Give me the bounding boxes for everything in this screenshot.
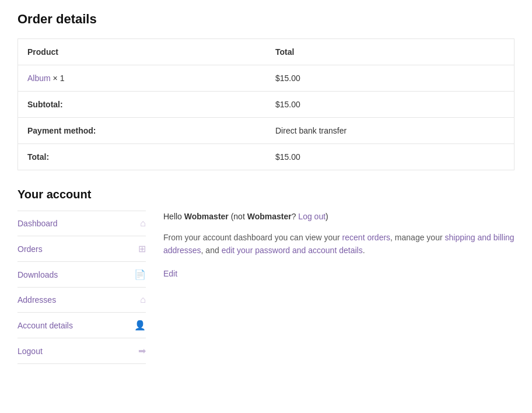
sidebar-item-label: Dashboard xyxy=(18,219,58,228)
sidebar-item-addresses[interactable]: Addresses ⌂ xyxy=(18,288,146,313)
logout-icon: ➡ xyxy=(138,345,146,356)
sidebar-item-label: Downloads xyxy=(18,270,58,279)
account-nav: Dashboard ⌂ Orders ⊞ Downloads 📄 Address… xyxy=(18,211,146,364)
sidebar-item-account-details[interactable]: Account details 👤 xyxy=(18,313,146,338)
order-details-title: Order details xyxy=(18,12,514,27)
sidebar-item-dashboard[interactable]: Dashboard ⌂ xyxy=(18,211,146,236)
sidebar-item-logout[interactable]: Logout ➡ xyxy=(18,338,146,364)
payment-label: Payment method: xyxy=(18,118,267,144)
edit-link[interactable]: Edit xyxy=(163,269,177,278)
dashboard-icon: ⌂ xyxy=(140,218,146,229)
table-header-product: Product xyxy=(18,39,267,65)
order-table: Product Total Album × 1 $15.00 Subtotal:… xyxy=(18,38,514,170)
account-details-icon: 👤 xyxy=(134,320,146,331)
table-header-total: Total xyxy=(266,39,514,65)
account-content: Hello Wobmaster (not Wobmaster? Log out)… xyxy=(146,211,514,364)
table-cell-product: Album × 1 xyxy=(18,65,267,92)
product-quantity: × 1 xyxy=(53,74,65,83)
hello-prefix: Hello xyxy=(163,212,184,221)
hello-middle: (not xyxy=(229,212,247,221)
table-row-subtotal: Subtotal: $15.00 xyxy=(18,92,514,118)
hello-close-paren: ) xyxy=(326,212,328,221)
sidebar-item-downloads[interactable]: Downloads 📄 xyxy=(18,262,146,288)
orders-icon: ⊞ xyxy=(138,243,146,254)
sidebar-item-label: Account details xyxy=(18,321,73,330)
hello-text: Hello Wobmaster (not Wobmaster? Log out) xyxy=(163,211,514,223)
total-value: $15.00 xyxy=(266,144,514,170)
sidebar-item-label: Logout xyxy=(18,346,43,356)
subtotal-label: Subtotal: xyxy=(18,92,267,118)
your-account-title: Your account xyxy=(18,188,514,201)
hello-username2: Wobmaster xyxy=(247,212,292,221)
product-link[interactable]: Album xyxy=(27,74,51,83)
table-row-payment: Payment method: Direct bank transfer xyxy=(18,118,514,144)
downloads-icon: 📄 xyxy=(134,269,146,280)
sidebar-item-label: Addresses xyxy=(18,295,56,304)
total-label: Total: xyxy=(18,144,267,170)
hello-username: Wobmaster xyxy=(184,212,229,221)
hello-suffix: ? xyxy=(292,212,296,221)
addresses-icon: ⌂ xyxy=(140,295,146,305)
payment-value: Direct bank transfer xyxy=(266,118,514,144)
table-row-total: Total: $15.00 xyxy=(18,144,514,170)
subtotal-value: $15.00 xyxy=(266,92,514,118)
dashboard-text-prefix: From your account dashboard you can view… xyxy=(163,233,342,242)
edit-password-link[interactable]: edit your password and account details xyxy=(222,246,363,255)
recent-orders-link[interactable]: recent orders xyxy=(342,233,390,242)
table-row-product: Album × 1 $15.00 xyxy=(18,65,514,92)
table-cell-total: $15.00 xyxy=(266,65,514,92)
dashboard-text-end: . xyxy=(363,246,365,255)
logout-link[interactable]: Log out xyxy=(298,212,326,221)
dashboard-description: From your account dashboard you can view… xyxy=(163,231,514,257)
dashboard-text-and: , and xyxy=(201,246,222,255)
sidebar-item-label: Orders xyxy=(18,244,43,254)
account-section: Dashboard ⌂ Orders ⊞ Downloads 📄 Address… xyxy=(18,211,514,364)
sidebar-item-orders[interactable]: Orders ⊞ xyxy=(18,236,146,262)
dashboard-text-middle: , manage your xyxy=(390,233,444,242)
